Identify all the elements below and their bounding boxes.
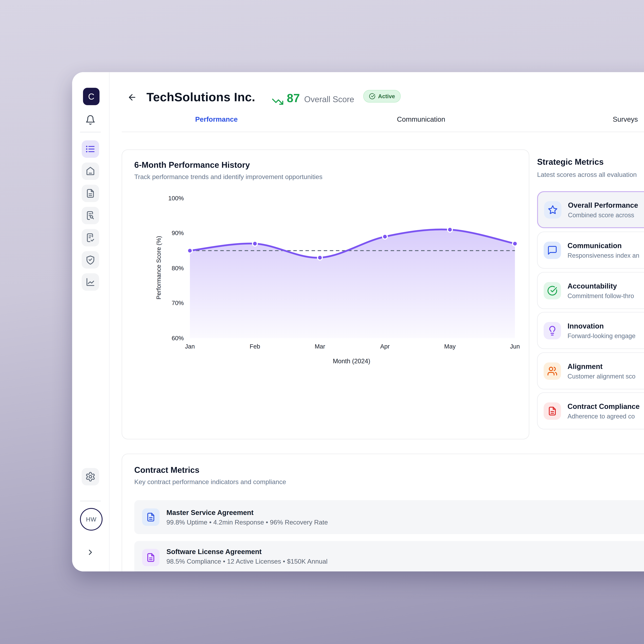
sidebar-item-analytics[interactable] <box>82 273 99 291</box>
settings-button[interactable] <box>82 468 99 485</box>
bell-icon <box>85 115 96 125</box>
metric-desc: Responsiveness index an <box>568 252 639 259</box>
x-tick-jan: Jan <box>177 343 203 350</box>
x-tick-feb: Feb <box>242 343 268 350</box>
tab-performance[interactable]: Performance <box>122 116 311 132</box>
metric-desc: Combined score across <box>568 211 638 218</box>
users-icon <box>544 362 561 380</box>
metric-desc: Adherence to agreed co <box>568 413 640 420</box>
file-text-icon <box>544 402 561 420</box>
metric-card-innovation[interactable]: Innovation Forward-looking engage <box>537 312 644 349</box>
x-tick-may: May <box>437 343 463 350</box>
file-text-icon <box>85 188 96 199</box>
metric-title: Contract Compliance <box>568 402 640 411</box>
metric-card-communication[interactable]: Communication Responsiveness index an <box>537 232 644 269</box>
file-search-icon <box>85 210 96 221</box>
metric-card-contract-compliance[interactable]: Contract Compliance Adherence to agreed … <box>537 392 644 429</box>
user-avatar-initials: HW <box>86 516 96 523</box>
check-circle-icon <box>369 93 375 100</box>
sidebar-divider-bottom <box>80 501 101 501</box>
contract-metrics-subtitle: Key contract performance indicators and … <box>134 478 286 485</box>
metric-desc: Commitment follow-thro <box>568 292 634 299</box>
y-axis-label: Performance Score (%) <box>155 202 162 333</box>
app-logo-letter: C <box>88 92 94 102</box>
contract-metrics-card: Contract Metrics Key contract performanc… <box>122 454 644 571</box>
app-logo[interactable]: C <box>83 88 100 105</box>
status-badge-label: Active <box>378 93 395 100</box>
performance-line-chart <box>183 191 522 343</box>
sidebar-item-document-check[interactable] <box>82 229 99 246</box>
arrow-left-icon <box>127 93 137 102</box>
home-icon <box>85 166 96 176</box>
contract-row-stats: 98.5% Compliance • 12 Active Licenses • … <box>166 558 328 565</box>
desktop-background: C <box>0 0 644 644</box>
user-avatar[interactable]: HW <box>80 508 103 531</box>
strategic-metrics-subtitle: Latest scores across all evaluation <box>537 171 644 178</box>
overall-score-label: Overall Score <box>304 95 354 104</box>
check-circle-icon <box>544 282 561 299</box>
tab-surveys[interactable]: Surveys <box>531 116 644 132</box>
list-icon <box>85 144 96 154</box>
metric-card-accountability[interactable]: Accountability Commitment follow-thro <box>537 272 644 309</box>
metric-desc: Customer alignment sco <box>568 373 635 380</box>
performance-history-card: 6-Month Performance History Track perfor… <box>122 149 529 439</box>
sidebar-divider-top <box>80 132 101 133</box>
performance-card-subtitle: Track performance trends and identify im… <box>134 173 517 180</box>
page-title: TechSolutions Inc. <box>146 90 255 104</box>
metric-card-alignment[interactable]: Alignment Customer alignment sco <box>537 352 644 389</box>
trending-down-icon <box>272 96 284 108</box>
metric-desc: Forward-looking engage <box>568 332 635 339</box>
overall-score-value: 87 <box>287 92 300 105</box>
gear-icon <box>85 471 96 482</box>
metric-card-overall-performance[interactable]: Overall Performance Combined score acros… <box>537 191 644 228</box>
sidebar-item-document-search[interactable] <box>82 207 99 224</box>
line-chart-icon <box>85 277 96 287</box>
contract-row-sla[interactable]: Software License Agreement 98.5% Complia… <box>134 541 644 571</box>
contract-row-title: Software License Agreement <box>166 548 328 556</box>
tab-communication-label: Communication <box>397 116 445 123</box>
file-text-icon <box>142 549 159 566</box>
y-tick-60: 60% <box>159 335 184 342</box>
message-square-icon <box>544 241 561 259</box>
contract-metrics-title: Contract Metrics <box>134 465 286 475</box>
y-tick-70: 70% <box>159 299 184 306</box>
contract-row-msa[interactable]: Master Service Agreement 99.8% Uptime • … <box>134 500 644 534</box>
notifications-button[interactable] <box>82 111 99 129</box>
file-check-icon <box>85 232 96 243</box>
sidebar-item-evaluations[interactable] <box>82 140 99 158</box>
tab-communication[interactable]: Communication <box>311 116 531 132</box>
sidebar-expand-button[interactable] <box>82 544 99 561</box>
back-button[interactable] <box>126 91 138 103</box>
tab-surveys-label: Surveys <box>613 116 638 123</box>
x-tick-apr: Apr <box>372 343 398 350</box>
y-tick-80: 80% <box>159 265 184 272</box>
file-text-icon <box>142 508 159 526</box>
chevron-right-icon <box>86 548 95 557</box>
tab-performance-label: Performance <box>195 116 238 123</box>
sidebar-item-home[interactable] <box>82 163 99 180</box>
shield-check-icon <box>85 255 96 265</box>
lightbulb-icon <box>544 322 561 339</box>
app-window: C <box>72 72 644 571</box>
metric-title: Innovation <box>568 322 635 330</box>
x-tick-mar: Mar <box>307 343 333 350</box>
star-icon <box>544 201 561 218</box>
sidebar-item-documents[interactable] <box>82 185 99 202</box>
performance-card-title: 6-Month Performance History <box>134 160 517 170</box>
sidebar: C <box>72 72 110 571</box>
y-tick-100: 100% <box>159 195 184 202</box>
metric-title: Overall Performance <box>568 201 638 209</box>
y-tick-90: 90% <box>159 229 184 236</box>
contract-row-stats: 99.8% Uptime • 4.2min Response • 96% Rec… <box>166 518 328 526</box>
status-badge: Active <box>363 90 401 103</box>
metric-title: Alignment <box>568 362 635 371</box>
x-axis-label: Month (2024) <box>286 358 417 365</box>
metric-title: Communication <box>568 241 639 250</box>
sidebar-item-security[interactable] <box>82 251 99 269</box>
metric-title: Accountability <box>568 282 634 290</box>
strategic-metrics-title: Strategic Metrics <box>537 157 604 167</box>
x-tick-jun: Jun <box>502 343 528 350</box>
contract-row-title: Master Service Agreement <box>166 509 328 517</box>
